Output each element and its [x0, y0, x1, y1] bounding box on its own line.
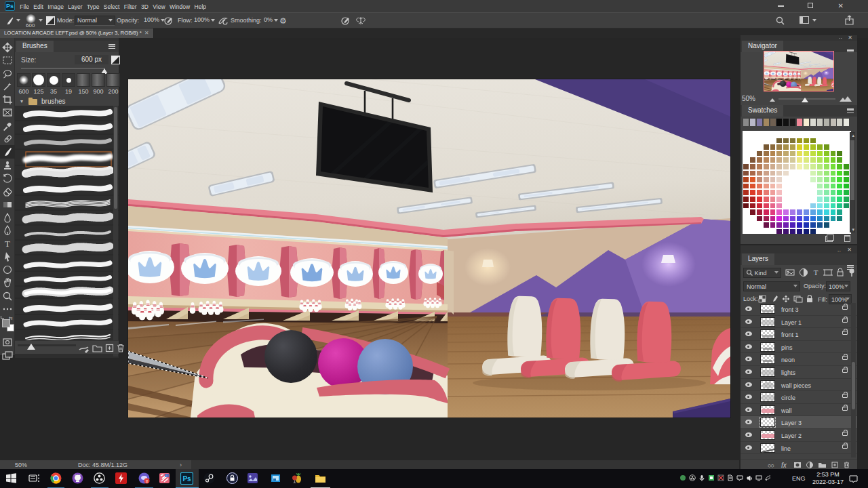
svg-text:T: T — [814, 268, 818, 277]
svg-text:T: T — [5, 239, 10, 249]
svg-text:Ps: Ps — [182, 475, 191, 483]
